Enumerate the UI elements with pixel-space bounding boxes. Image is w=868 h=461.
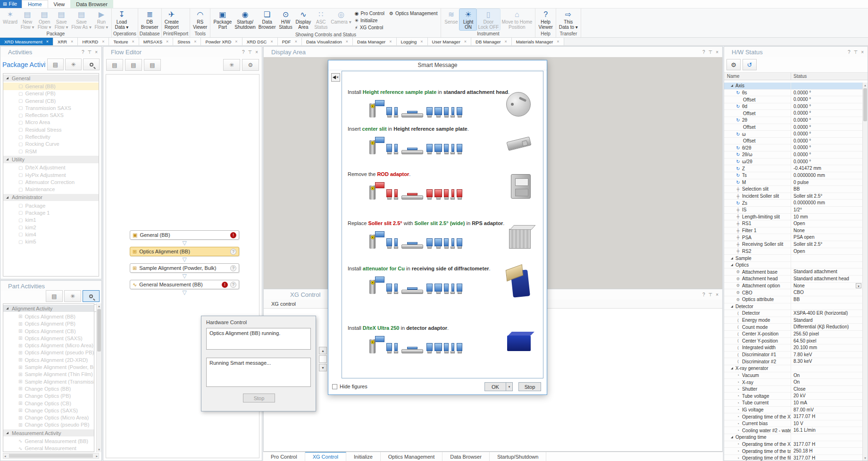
tree-item[interactable]: ∿General Measurement (BB) <box>3 437 94 444</box>
close-icon[interactable]: × <box>194 39 196 44</box>
scroll-down-icon[interactable]: ▾ <box>863 455 868 461</box>
θd[interactable]: ↻θd 0.0000 ° <box>724 103 862 110</box>
search-button[interactable] <box>83 59 100 70</box>
CBO[interactable]: ⚙CBO CBO <box>724 289 862 296</box>
expander-icon[interactable] <box>731 367 733 369</box>
close-icon[interactable]: × <box>102 39 104 44</box>
close-icon[interactable]: × <box>255 50 258 55</box>
camera-button[interactable]: ◎Camera ▾ <box>329 9 352 25</box>
Zs[interactable]: ↻Zs 0.0000000 mm <box>724 200 862 207</box>
Optics[interactable]: Optics <box>724 262 862 269</box>
save-flow-as-button[interactable]: ▤Save Flow As ▾ <box>70 9 93 30</box>
scrollbar-thumb[interactable] <box>863 88 867 121</box>
dropdown-icon[interactable]: ▾ <box>856 283 861 288</box>
ribbon-tab[interactable]: Home <box>22 0 48 8</box>
document-tab[interactable]: PDF× <box>278 38 302 45</box>
close-icon[interactable]: × <box>95 50 98 55</box>
scrollbar-thumb[interactable] <box>97 309 101 352</box>
close-icon[interactable]: × <box>716 50 718 55</box>
Attachment head[interactable]: ⚙Attachment head Standard attachment hea… <box>724 276 862 283</box>
control-tab[interactable]: Initialize <box>346 452 381 461</box>
search-button[interactable] <box>83 290 100 302</box>
pin-icon[interactable]: ⊤ <box>708 50 712 55</box>
dialog-title[interactable]: Hardware Control <box>201 316 316 325</box>
package-part-button[interactable]: ▣Package Part <box>212 9 233 30</box>
save-flow-button[interactable]: ▤Save Flow ▾ <box>53 9 70 30</box>
flow-list-button[interactable]: ▤ <box>46 290 63 302</box>
document-tab[interactable]: Stress× <box>173 38 201 45</box>
Center X-position[interactable]: ⟨Center X-position 256.50 pixel <box>724 331 862 338</box>
help-badge[interactable] <box>230 265 236 271</box>
Z[interactable]: ↻Z -0.41472 mm <box>724 165 862 172</box>
spin-down-button[interactable]: ▼ <box>319 364 327 371</box>
tree-item[interactable]: ▢General (PB) <box>3 90 99 97</box>
pin-icon[interactable]: ⊤ <box>87 50 92 55</box>
tree-item[interactable]: ▢kim4 <box>3 231 99 238</box>
ω/2θ[interactable]: ↻ω/2θ 0.0000 ° <box>724 159 862 166</box>
θ/2θ[interactable]: ↻θ/2θ 0.0000 ° <box>724 144 862 151</box>
file-menu-button[interactable]: ▤File <box>0 0 22 8</box>
tree-item[interactable]: ▢Micro Area <box>3 119 99 126</box>
create-report-button[interactable]: ✈Create Report <box>163 9 180 30</box>
close-icon[interactable]: × <box>346 39 348 44</box>
tree-item[interactable]: ▢kim5 <box>3 238 99 245</box>
Offset[interactable]: Offset 0.0000 ° <box>724 96 862 103</box>
close-icon[interactable]: × <box>464 39 467 44</box>
dialog-title[interactable]: Smart Message <box>328 60 547 70</box>
expander-icon[interactable] <box>731 305 733 308</box>
tree-item[interactable]: ⊞Sample Alignment (Transmission) <box>3 378 94 385</box>
horizontal-scrollbar[interactable]: ◂▸ <box>3 453 99 459</box>
tree-item[interactable]: ⊞Optics Alignment (Micro Area) <box>3 342 94 349</box>
expander-icon[interactable] <box>731 436 733 438</box>
document-tab[interactable]: MRSAXS× <box>139 38 173 45</box>
expander-icon[interactable] <box>6 158 8 160</box>
IS[interactable]: ╪IS 1/2° <box>724 207 862 214</box>
ω[interactable]: ↻ω 0.0000 ° <box>724 131 862 138</box>
tree-item[interactable]: ⊞Optics Alignment (pseudo PB) <box>3 349 94 356</box>
tree-item[interactable]: ▢General (CB) <box>3 97 99 104</box>
PSA[interactable]: ╪PSA PSA open <box>724 234 862 241</box>
pin-icon[interactable]: ⊤ <box>248 50 252 55</box>
close-icon[interactable]: × <box>270 39 273 44</box>
document-tab[interactable]: HRXRD× <box>78 38 109 45</box>
Operating time of the X-ray OH[interactable]: ◔Operating time of the X-ray OH 3177.07 … <box>724 441 862 448</box>
checkbox[interactable] <box>332 384 337 389</box>
tree-item[interactable]: ▢D/teX Adjustment <box>3 164 99 171</box>
ok-dropdown-icon[interactable]: ▾ <box>506 382 513 391</box>
vertical-scrollbar[interactable]: ▴▾ <box>862 83 868 461</box>
tree-item[interactable]: ▢Reflectivity <box>3 133 99 140</box>
options-button[interactable]: ✳ <box>64 290 81 302</box>
close-icon[interactable]: × <box>71 39 73 44</box>
open-flow-button[interactable]: ▤Open Flow ▾ <box>36 9 53 30</box>
document-tab[interactable]: XRR× <box>53 38 78 45</box>
Axis[interactable]: Axis <box>724 83 862 90</box>
error-badge[interactable] <box>222 282 228 288</box>
Offset[interactable]: Offset 0.0000 ° <box>724 124 862 131</box>
close-icon[interactable]: × <box>166 39 168 44</box>
hw-settings-button[interactable]: ⚙ <box>726 59 741 70</box>
pin-icon[interactable]: ⊤ <box>708 292 712 297</box>
tree-item[interactable]: ⊞Change Optics (PB) <box>3 393 94 400</box>
document-tab[interactable]: User Manager× <box>428 38 471 45</box>
expander-icon[interactable] <box>6 307 8 310</box>
Integrated width[interactable]: ⟨Integrated width 20.100 mm <box>724 344 862 352</box>
tree-item[interactable]: ⊞Change Optics (CB) <box>3 400 94 407</box>
data-browser-button[interactable]: ❏Data Browser <box>257 9 277 30</box>
tree-item[interactable]: ▢Attenuator Correction <box>3 178 99 185</box>
tree-item[interactable]: ⊞Sample Alignment (Thin Film) <box>3 371 94 378</box>
Ts[interactable]: ↻Ts 0.0000000 mm <box>724 172 862 179</box>
RS2[interactable]: ╪RS2 Open <box>724 248 862 255</box>
help-icon[interactable]: ? <box>242 50 245 55</box>
help-badge[interactable] <box>230 282 236 288</box>
tree-item[interactable]: ▢HyPix Adjustment <box>3 171 99 178</box>
Sample[interactable]: Sample <box>724 255 862 262</box>
X-ray[interactable]: ◔X-ray On <box>724 379 862 386</box>
xg-control-check[interactable]: ⚡XG Control <box>355 24 384 31</box>
optics-management-check[interactable]: ⚙Optics Management <box>389 10 437 17</box>
IG voltage[interactable]: ◔IG voltage 87.00 mV <box>724 407 862 414</box>
help-icon[interactable]: ? <box>82 50 84 55</box>
flow-node[interactable]: ⊞ Sample Alignment (Powder, Bulk) <box>130 263 239 273</box>
column-status[interactable]: Status <box>791 73 868 80</box>
help-icon[interactable]: ? <box>702 292 705 297</box>
scroll-down-icon[interactable]: ▾ <box>97 447 101 452</box>
